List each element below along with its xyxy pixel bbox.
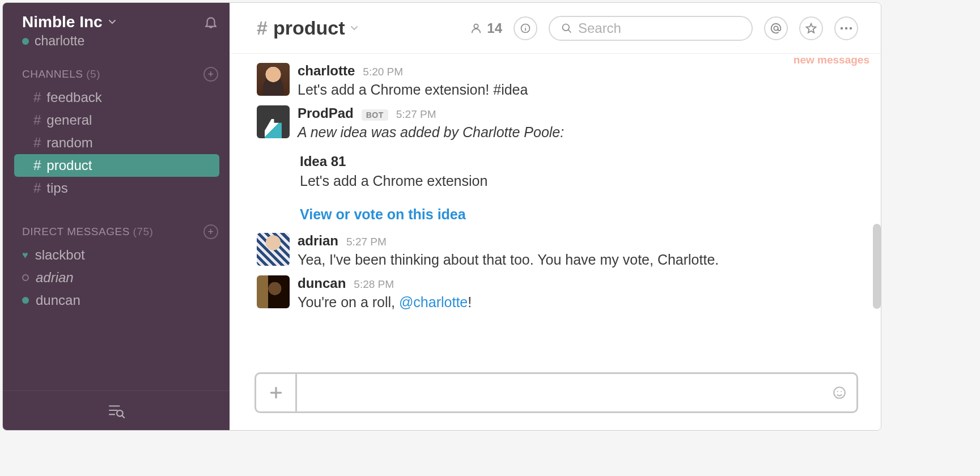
app-window: Nimble Inc charlotte CHANNELS (5) + #fee… <box>2 2 881 431</box>
message-text: A new idea was added by Charlotte Poole: <box>298 122 854 142</box>
search-icon <box>561 22 572 35</box>
person-icon <box>470 22 482 35</box>
dm-list: ♥slackbot adrian duncan <box>3 244 230 312</box>
svg-point-14 <box>850 27 852 29</box>
svg-point-17 <box>834 387 845 398</box>
channel-filter-button[interactable] <box>107 401 126 420</box>
search-box[interactable] <box>549 16 753 41</box>
member-count-value: 14 <box>487 20 502 36</box>
sidebar-channel-random[interactable]: #random <box>14 131 219 154</box>
current-user-row[interactable]: charlotte <box>3 33 230 59</box>
channels-header: CHANNELS (5) + <box>3 59 230 86</box>
message-text: Yea, I've been thinking about that too. … <box>298 250 854 270</box>
svg-line-4 <box>122 415 125 418</box>
message: charlotte 5:20 PM Let's add a Chrome ext… <box>257 63 854 100</box>
channel-label: random <box>46 135 92 151</box>
mentions-button[interactable] <box>764 16 788 40</box>
filter-search-icon <box>107 401 126 420</box>
svg-point-9 <box>562 24 569 31</box>
add-channel-button[interactable]: + <box>203 67 218 82</box>
avatar[interactable] <box>257 63 290 96</box>
main-pane: #product 14 <box>230 3 881 430</box>
mention[interactable]: @charlotte <box>399 294 468 310</box>
scrollbar-thumb[interactable] <box>873 224 881 309</box>
attachment-link[interactable]: View or vote on this idea <box>300 206 854 223</box>
more-button[interactable] <box>834 16 858 40</box>
svg-point-19 <box>841 391 842 392</box>
message-time: 5:28 PM <box>354 278 394 291</box>
avatar[interactable] <box>257 275 290 308</box>
team-menu[interactable]: Nimble Inc <box>22 13 116 31</box>
channel-label: general <box>46 112 92 128</box>
message-author[interactable]: ProdPad <box>298 105 354 121</box>
channel-info-button[interactable] <box>514 16 537 40</box>
channel-title-label: product <box>273 17 345 39</box>
sidebar-channel-general[interactable]: #general <box>14 109 219 131</box>
text-segment: You're on a roll, <box>298 294 399 310</box>
message-time: 5:27 PM <box>346 236 387 248</box>
message-author[interactable]: charlotte <box>298 63 355 79</box>
attach-button[interactable] <box>256 374 297 411</box>
message-composer <box>254 372 858 413</box>
hash-icon: # <box>257 17 268 39</box>
svg-point-3 <box>117 410 123 416</box>
at-icon <box>770 22 782 35</box>
heart-icon: ♥ <box>22 249 28 261</box>
text-segment: ! <box>468 294 472 310</box>
svg-line-10 <box>568 29 571 32</box>
search-input[interactable] <box>578 20 740 36</box>
presence-away-icon <box>22 274 29 281</box>
member-count[interactable]: 14 <box>470 20 502 36</box>
dm-duncan[interactable]: duncan <box>3 289 230 312</box>
star-button[interactable] <box>799 16 823 40</box>
channel-list: #feedback #general #random #product #tip… <box>3 86 230 199</box>
attachment-title: Idea 81 <box>300 154 854 169</box>
more-icon <box>840 27 852 30</box>
channel-label: feedback <box>46 90 101 105</box>
emoji-button[interactable] <box>822 374 856 411</box>
svg-point-8 <box>525 26 525 26</box>
hash-icon: # <box>33 90 41 105</box>
sidebar-channel-feedback[interactable]: #feedback <box>14 86 219 109</box>
channels-header-label: CHANNELS <box>22 68 83 80</box>
svg-point-13 <box>845 27 847 29</box>
message-author[interactable]: duncan <box>298 275 346 291</box>
sidebar-footer <box>3 390 230 430</box>
message-input[interactable] <box>297 374 822 411</box>
hash-icon: # <box>33 158 41 173</box>
dm-adrian[interactable]: adrian <box>3 266 230 289</box>
hash-icon: # <box>33 135 41 151</box>
message-time: 5:20 PM <box>363 66 403 78</box>
message-text: You're on a roll, @charlotte! <box>298 292 854 312</box>
sidebar-channel-product[interactable]: #product <box>14 154 219 177</box>
dm-label: duncan <box>36 292 80 308</box>
new-messages-marker: new messages <box>794 54 869 66</box>
bell-icon <box>203 15 218 29</box>
dms-header: DIRECT MESSAGES (75) + <box>3 216 230 244</box>
notifications-button[interactable] <box>203 15 218 29</box>
message-time: 5:27 PM <box>396 108 436 121</box>
channel-header: #product 14 <box>230 3 881 54</box>
smile-icon <box>832 385 847 400</box>
dm-label: adrian <box>36 270 74 286</box>
team-name-label: Nimble Inc <box>22 13 103 31</box>
dm-label: slackbot <box>35 247 85 263</box>
avatar[interactable] <box>257 233 290 266</box>
message: ProdPad BOT 5:27 PM A new idea was added… <box>257 105 854 142</box>
channel-title[interactable]: #product <box>257 17 358 39</box>
message-list[interactable]: new messages charlotte 5:20 PM Let's add… <box>230 54 881 372</box>
avatar[interactable] <box>257 105 290 138</box>
channel-label: tips <box>46 180 67 196</box>
presence-online-icon <box>22 38 29 45</box>
add-dm-button[interactable]: + <box>203 224 218 239</box>
dm-slackbot[interactable]: ♥slackbot <box>3 244 230 266</box>
sidebar-channel-tips[interactable]: #tips <box>14 177 219 199</box>
dms-header-label: DIRECT MESSAGES <box>22 226 130 237</box>
team-header: Nimble Inc <box>3 3 230 33</box>
message-attachment: Idea 81 Let's add a Chrome extension <box>300 154 854 189</box>
presence-online-icon <box>22 297 29 304</box>
channel-label: product <box>46 158 92 173</box>
attachment-desc: Let's add a Chrome extension <box>300 173 854 189</box>
message-author[interactable]: adrian <box>298 233 338 249</box>
sidebar: Nimble Inc charlotte CHANNELS (5) + #fee… <box>3 3 230 430</box>
